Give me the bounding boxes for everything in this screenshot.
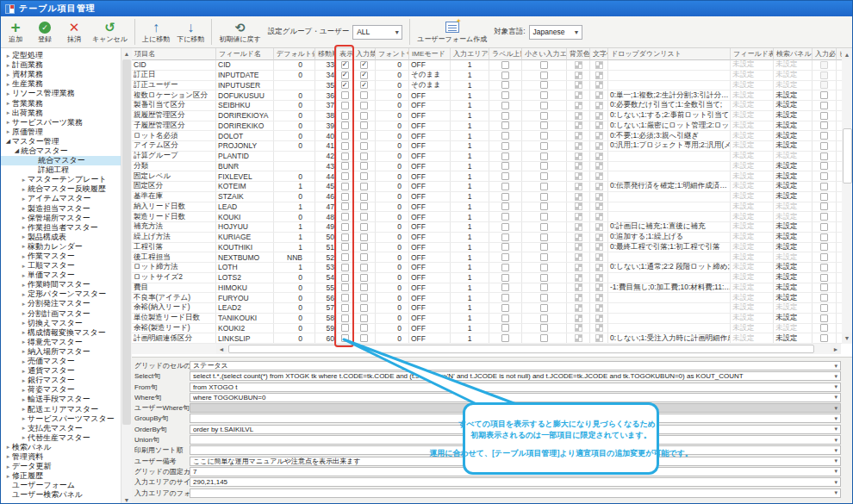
font-size-cell[interactable]: 0 <box>376 182 409 191</box>
grid-vertical-scrollbar[interactable]: ▲ ▼ <box>842 48 853 344</box>
grid-column-header[interactable]: 文字色 <box>590 48 608 60</box>
field-name-cell[interactable]: BUNR <box>216 162 274 171</box>
field-name-cell[interactable]: STZAIK <box>216 192 274 202</box>
grid-cell[interactable] <box>489 303 522 313</box>
tree-collapsed-icon[interactable]: ▸ <box>20 320 28 327</box>
order-cell[interactable]: 34 <box>315 71 337 80</box>
checkbox-icon[interactable] <box>341 112 349 120</box>
default-value-cell[interactable]: 0 <box>274 71 315 80</box>
ime-mode-cell[interactable]: OFF <box>409 252 451 262</box>
field-display-type-cell[interactable]: 未設定 <box>731 314 774 323</box>
color-swatch-icon[interactable] <box>595 142 603 150</box>
area-lines-cell[interactable]: 1 <box>451 81 489 90</box>
tree-collapsed-icon[interactable]: ▸ <box>20 253 28 260</box>
tree-collapsed-icon[interactable]: ▸ <box>20 339 28 345</box>
tree-collapsed-icon[interactable]: ▸ <box>4 81 12 88</box>
grid-cell[interactable] <box>337 111 353 121</box>
checkbox-icon[interactable] <box>501 112 509 120</box>
dropdown-list-cell[interactable]: 0:計画日に補充;1:直後に補充 <box>608 222 731 232</box>
tree-item[interactable]: ユーザー検索パネル <box>1 490 121 500</box>
grid-column-header[interactable]: 移動順 <box>315 48 337 60</box>
ime-mode-cell[interactable]: OFF <box>409 152 451 161</box>
item-name-cell[interactable]: 固定レベル <box>132 171 216 181</box>
dropdown-list-cell[interactable] <box>608 293 731 302</box>
tree-collapsed-icon[interactable]: ▸ <box>20 301 28 308</box>
color-swatch-icon[interactable] <box>595 233 603 241</box>
grid-cell[interactable] <box>590 71 608 80</box>
grid-cell[interactable] <box>353 121 376 131</box>
checkbox-icon[interactable] <box>820 324 828 332</box>
order-cell[interactable]: 59 <box>315 324 337 333</box>
dropdown-list-cell[interactable]: 0:単一;1:複数;2:生計分割;3:引計分… <box>608 90 731 100</box>
checkbox-icon[interactable] <box>540 72 548 79</box>
order-cell[interactable]: 50 <box>315 233 337 242</box>
grid-cell[interactable] <box>813 182 837 191</box>
tree-collapsed-icon[interactable]: ▸ <box>20 291 28 298</box>
grid-cell[interactable] <box>337 212 353 221</box>
checkbox-icon[interactable] <box>540 274 548 282</box>
field-name-cell[interactable]: LINKSLIP <box>216 333 274 343</box>
grid-cell[interactable] <box>337 303 353 313</box>
grid-cell[interactable] <box>353 111 376 121</box>
grid-cell[interactable] <box>567 222 590 232</box>
ime-mode-cell[interactable]: OFF <box>409 283 451 293</box>
tree-collapsed-icon[interactable]: ▸ <box>20 224 28 231</box>
grid-cell[interactable] <box>337 283 353 293</box>
color-swatch-icon[interactable] <box>575 314 582 322</box>
font-size-cell[interactable]: 0 <box>376 141 409 151</box>
checkbox-icon[interactable] <box>820 112 828 120</box>
dropdown-list-cell[interactable] <box>608 152 731 161</box>
checkbox-icon[interactable] <box>360 243 368 251</box>
font-size-cell[interactable]: 0 <box>376 111 409 121</box>
grid-cell[interactable] <box>522 283 567 293</box>
checkbox-checked-icon[interactable]: ✓ <box>341 61 349 69</box>
sidebar-scrollbar[interactable]: ▲ ▼ <box>121 48 132 504</box>
color-swatch-icon[interactable] <box>575 172 582 180</box>
checkbox-icon[interactable] <box>501 162 509 170</box>
tree-collapsed-icon[interactable]: ▸ <box>20 329 28 336</box>
checkbox-icon[interactable] <box>540 172 548 180</box>
grid-cell[interactable] <box>522 202 567 212</box>
checkbox-icon[interactable] <box>540 202 548 210</box>
field-name-cell[interactable]: DOFUKUSUU <box>216 90 274 100</box>
tree-collapsed-icon[interactable]: ▸ <box>20 196 28 202</box>
item-name-cell[interactable]: 子履歴管理区分 <box>132 121 216 131</box>
grid-cell[interactable] <box>813 162 837 171</box>
grid-cell[interactable] <box>522 111 567 121</box>
field-display-type-cell[interactable]: 未設定 <box>731 212 774 221</box>
grid-cell[interactable] <box>489 222 522 232</box>
grid-cell[interactable] <box>590 60 608 70</box>
checkbox-icon[interactable] <box>360 132 368 140</box>
grid-cell[interactable] <box>489 141 522 151</box>
order-cell[interactable]: 33 <box>315 60 337 70</box>
color-swatch-icon[interactable] <box>595 112 603 120</box>
grid-cell[interactable] <box>522 233 567 242</box>
field-display-type-cell[interactable]: 未設定 <box>731 171 774 181</box>
color-swatch-icon[interactable] <box>595 324 603 332</box>
color-swatch-icon[interactable] <box>575 152 582 160</box>
dropdown-list-cell[interactable] <box>608 202 731 212</box>
grid-column-header[interactable]: 入力エリア行数 <box>451 48 489 60</box>
order-cell[interactable]: 38 <box>315 111 337 121</box>
font-size-cell[interactable]: 0 <box>376 314 409 323</box>
item-name-cell[interactable]: ロット名必須 <box>132 131 216 140</box>
search-panel-type-cell[interactable]: 未設定 <box>774 131 813 140</box>
grid-cell[interactable] <box>337 121 353 131</box>
dropdown-list-cell[interactable]: 0:伝票発行済を確定;1:明細作成済… <box>608 182 731 191</box>
color-swatch-icon[interactable] <box>575 142 582 150</box>
grid-cell[interactable] <box>337 324 353 333</box>
area-lines-cell[interactable]: 1 <box>451 303 489 313</box>
grid-cell[interactable] <box>353 303 376 313</box>
dropdown-list-cell[interactable]: 0:しない;1:厳密にロット管理;2:ロット記… <box>608 121 731 131</box>
color-swatch-icon[interactable] <box>595 274 603 282</box>
add-button[interactable]: + 追加 <box>1 16 30 47</box>
scrollbar-thumb[interactable] <box>122 59 131 425</box>
search-panel-type-cell[interactable]: 未設定 <box>774 71 813 80</box>
area-lines-cell[interactable]: 1 <box>451 192 489 202</box>
grid-cell[interactable] <box>813 171 837 181</box>
grid-cell[interactable] <box>590 101 608 110</box>
color-swatch-icon[interactable] <box>595 334 603 342</box>
checkbox-icon[interactable] <box>540 132 548 140</box>
grid-cell[interactable] <box>522 212 567 221</box>
color-swatch-icon[interactable] <box>595 223 603 231</box>
